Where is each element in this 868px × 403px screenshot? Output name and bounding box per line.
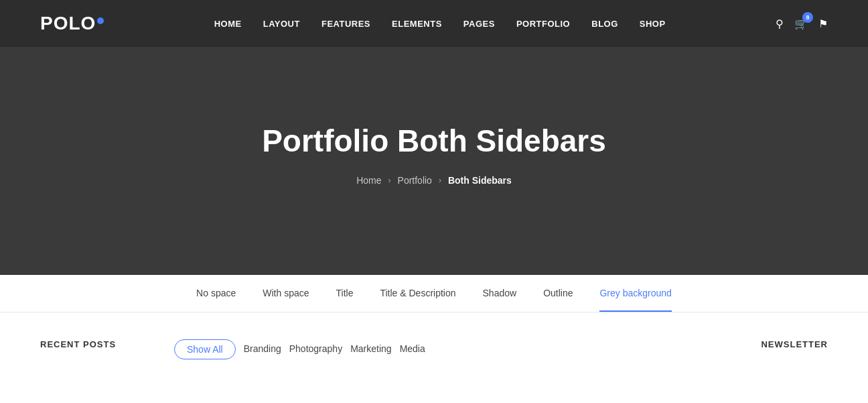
breadcrumb: Home › Portfolio › Both Sidebars: [356, 175, 512, 186]
logo-dot: [97, 17, 104, 24]
tab-title[interactable]: Title: [336, 276, 354, 312]
tab-no-space[interactable]: No space: [196, 276, 236, 312]
filter-photography[interactable]: Photography: [289, 339, 342, 359]
nav-blog[interactable]: BLOG: [591, 19, 618, 29]
filter-branding[interactable]: Branding: [244, 339, 281, 359]
nav-home[interactable]: HOME: [214, 19, 242, 29]
breadcrumb-current: Both Sidebars: [448, 175, 512, 186]
cart-badge: 8: [802, 12, 813, 23]
nav-portfolio[interactable]: PORTFOLIO: [516, 19, 570, 29]
filter-show-all[interactable]: Show All: [174, 339, 236, 359]
breadcrumb-sep-1: ›: [388, 176, 391, 185]
nav-shop[interactable]: SHOP: [640, 19, 666, 29]
tab-shadow[interactable]: Shadow: [483, 276, 517, 312]
left-sidebar: RECENT POSTS: [40, 339, 147, 360]
tab-title-description[interactable]: Title & Description: [380, 276, 455, 312]
cart-icon[interactable]: 🛒 8: [794, 17, 808, 30]
search-icon[interactable]: ⚲: [776, 17, 784, 30]
right-sidebar: NEWSLETTER: [721, 339, 828, 360]
tab-with-space[interactable]: With space: [263, 276, 309, 312]
header: POLO HOME LAYOUT FEATURES ELEMENTS PAGES…: [0, 0, 868, 47]
filter-buttons: Show All Branding Photography Marketing …: [174, 339, 694, 359]
flag-icon[interactable]: ⚑: [818, 17, 828, 30]
breadcrumb-home[interactable]: Home: [356, 175, 381, 186]
tab-grey-background[interactable]: Grey background: [599, 276, 671, 312]
hero-section: Portfolio Both Sidebars Home › Portfolio…: [0, 47, 868, 275]
tabs-bar: No space With space Title Title & Descri…: [0, 275, 868, 312]
main-content: Show All Branding Photography Marketing …: [174, 339, 694, 360]
nav-pages[interactable]: PAGES: [463, 19, 495, 29]
filter-media[interactable]: Media: [400, 339, 425, 359]
page-title: Portfolio Both Sidebars: [262, 123, 606, 159]
breadcrumb-sep-2: ›: [439, 176, 441, 185]
content-area: RECENT POSTS Show All Branding Photograp…: [0, 312, 868, 387]
newsletter-title: NEWSLETTER: [721, 339, 828, 349]
recent-posts-title: RECENT POSTS: [40, 339, 147, 349]
nav-layout[interactable]: LAYOUT: [263, 19, 300, 29]
nav-icons: ⚲ 🛒 8 ⚑: [776, 17, 828, 30]
main-nav: HOME LAYOUT FEATURES ELEMENTS PAGES PORT…: [214, 19, 666, 29]
tab-outline[interactable]: Outline: [543, 276, 573, 312]
filter-marketing[interactable]: Marketing: [350, 339, 391, 359]
logo[interactable]: POLO: [40, 13, 104, 34]
nav-features[interactable]: FEATURES: [321, 19, 370, 29]
logo-text: POLO: [40, 13, 96, 34]
breadcrumb-portfolio[interactable]: Portfolio: [398, 175, 432, 186]
nav-elements[interactable]: ELEMENTS: [392, 19, 442, 29]
